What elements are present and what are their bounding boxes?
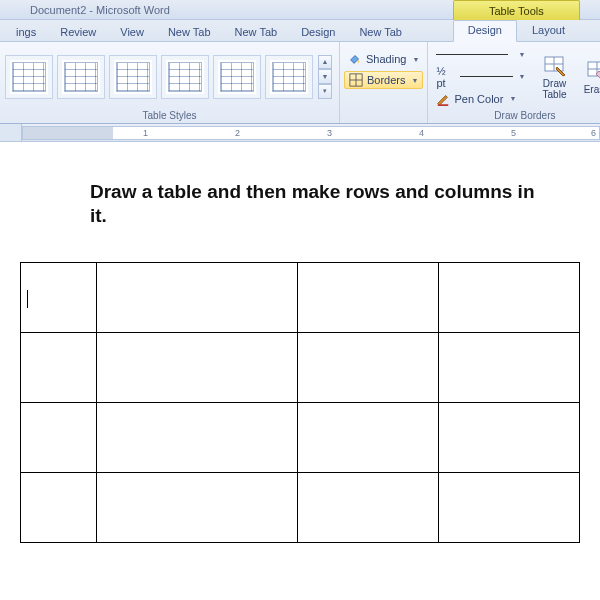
table-style-option[interactable]: [57, 55, 105, 99]
ruler-mark: 4: [419, 128, 424, 138]
draw-table-label: Draw Table: [536, 79, 574, 100]
ruler-mark: 5: [511, 128, 516, 138]
tab-mailings-partial[interactable]: ings: [4, 23, 48, 41]
pen-color-label: Pen Color: [454, 93, 503, 105]
tab-view[interactable]: View: [108, 23, 156, 41]
ribbon-group-table-styles: ▲ ▼ ▾ Table Styles: [0, 42, 340, 123]
tab-new-tab-1[interactable]: New Tab: [156, 23, 223, 41]
table-tools-contextual: Table Tools Design Layout: [453, 0, 580, 42]
line-weight-sample: [460, 76, 512, 77]
tab-new-tab-2[interactable]: New Tab: [223, 23, 290, 41]
gallery-down-icon[interactable]: ▼: [318, 69, 332, 84]
table-style-option[interactable]: [109, 55, 157, 99]
draw-table-button[interactable]: Draw Table: [536, 48, 574, 106]
table-row: [21, 472, 580, 542]
borders-button[interactable]: Borders ▼: [344, 71, 423, 89]
table-row: [21, 262, 580, 332]
ruler-track: 1 2 3 4 5 6: [22, 126, 600, 140]
tab-review[interactable]: Review: [48, 23, 108, 41]
document-area[interactable]: Draw a table and then make rows and colu…: [0, 142, 600, 543]
ruler-mark: 2: [235, 128, 240, 138]
dropdown-icon: ▼: [412, 77, 419, 84]
window-title: Document2 - Microsoft Word: [30, 4, 170, 16]
horizontal-ruler[interactable]: 1 2 3 4 5 6: [0, 124, 600, 142]
table-tools-tab-layout[interactable]: Layout: [517, 20, 580, 42]
line-style-sample: [436, 54, 508, 55]
borders-icon: [349, 73, 363, 87]
paint-bucket-icon: [348, 52, 362, 66]
shading-button[interactable]: Shading ▼: [344, 50, 423, 68]
document-table[interactable]: [20, 262, 580, 543]
ribbon-group-shading-borders: Shading ▼ Borders ▼: [340, 42, 428, 123]
borders-label: Borders: [367, 74, 406, 86]
text-cursor: [27, 290, 28, 308]
pen-icon: [436, 92, 450, 106]
ruler-corner: [0, 124, 22, 142]
dropdown-icon: ▼: [518, 51, 525, 58]
table-styles-gallery-scroll[interactable]: ▲ ▼ ▾: [318, 55, 332, 99]
gallery-more-icon[interactable]: ▾: [318, 84, 332, 99]
ruler-mark: 3: [327, 128, 332, 138]
table-style-option[interactable]: [161, 55, 209, 99]
ribbon-tabs: ings Review View New Tab New Tab Design …: [0, 20, 600, 42]
svg-rect-3: [438, 104, 449, 106]
table-tools-header: Table Tools: [453, 0, 580, 20]
eraser-button[interactable]: Eraser: [579, 48, 600, 106]
ruler-mark: 6: [591, 128, 596, 138]
table-style-option[interactable]: [213, 55, 261, 99]
ribbon-group-draw-borders: ▼ ½ pt ▼ Pen Color ▼: [428, 42, 600, 123]
tab-design[interactable]: Design: [289, 23, 347, 41]
shading-label: Shading: [366, 53, 406, 65]
draw-table-icon: [543, 53, 567, 77]
document-body-text[interactable]: Draw a table and then make rows and colu…: [90, 180, 550, 228]
ruler-mark: 1: [143, 128, 148, 138]
table-style-option[interactable]: [265, 55, 313, 99]
eraser-icon: [586, 58, 600, 82]
line-style-dropdown[interactable]: ▼: [432, 46, 529, 64]
eraser-label: Eraser: [584, 84, 600, 95]
ribbon-group-label: Table Styles: [4, 109, 335, 123]
line-weight-value: ½ pt: [436, 65, 456, 89]
table-style-option[interactable]: [5, 55, 53, 99]
table-tools-tab-design[interactable]: Design: [453, 20, 517, 42]
pen-color-button[interactable]: Pen Color ▼: [432, 90, 529, 108]
dropdown-icon: ▼: [519, 73, 526, 80]
tab-new-tab-3[interactable]: New Tab: [347, 23, 414, 41]
ribbon-group-label: Draw Borders: [432, 109, 600, 123]
dropdown-icon: ▼: [509, 95, 516, 102]
ruler-margin-area: [23, 127, 113, 139]
gallery-up-icon[interactable]: ▲: [318, 55, 332, 70]
line-weight-dropdown[interactable]: ½ pt ▼: [432, 64, 529, 90]
dropdown-icon: ▼: [412, 56, 419, 63]
table-row: [21, 332, 580, 402]
table-row: [21, 402, 580, 472]
ribbon: ▲ ▼ ▾ Table Styles Shading ▼ Borders ▼: [0, 42, 600, 124]
